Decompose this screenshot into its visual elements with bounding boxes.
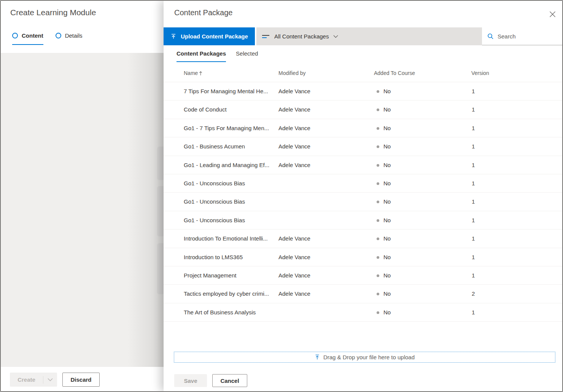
dialog-toolbar: Upload Content Package All Content Packa… <box>164 27 563 45</box>
tab-selected[interactable]: Selected <box>236 50 258 62</box>
create-learning-module-panel: Create Learning Module Content Details C… <box>1 1 164 391</box>
status-dot-icon <box>377 164 379 167</box>
modified-by-value: Adele Vance <box>278 266 310 285</box>
chevron-down-icon <box>333 35 338 38</box>
column-header-added-to-course[interactable]: Added To Course <box>374 70 415 76</box>
package-name: Go1 - Unconscious Bias <box>184 211 277 229</box>
package-name: Project Management <box>184 266 277 285</box>
table-row[interactable]: Go1 - Business Acumen Adele Vance No 1 <box>164 137 563 156</box>
version-value: 1 <box>472 174 475 193</box>
tab-details[interactable]: Details <box>56 32 83 45</box>
upload-content-package-button[interactable]: Upload Content Package <box>164 27 255 45</box>
package-name: Tactics employed by cyber crimi... <box>184 285 277 303</box>
table-row[interactable]: Go1 - 7 Tips For Managing Men... Adele V… <box>164 119 563 137</box>
tab-content-packages[interactable]: Content Packages <box>177 50 226 62</box>
table-row[interactable]: Go1 - Unconscious Bias No 1 <box>164 211 563 229</box>
left-panel-footer: Create Discard <box>1 367 164 391</box>
status-dot-icon <box>377 182 379 185</box>
package-name: Introduction To Emotional Intelli... <box>184 229 277 248</box>
radio-circle-icon <box>56 33 61 38</box>
status-dot-icon <box>377 311 379 314</box>
version-value: 1 <box>472 119 475 137</box>
tab-label: Details <box>65 32 83 39</box>
column-header-version[interactable]: Version <box>471 70 489 76</box>
table-row[interactable]: 7 Tips For Managing Mental He... Adele V… <box>164 82 563 100</box>
app-window: Create Learning Module Content Details C… <box>0 0 563 392</box>
added-to-course-value: No <box>383 248 391 266</box>
tab-content[interactable]: Content <box>12 32 43 45</box>
left-panel-tabs: Content Details <box>12 32 83 45</box>
added-to-course-value: No <box>383 119 391 137</box>
column-header-modified-by[interactable]: Modified by <box>278 70 306 76</box>
table-row[interactable]: Code of Conduct Adele Vance No 1 <box>164 100 563 119</box>
version-value: 1 <box>472 266 475 285</box>
background-card <box>157 147 164 180</box>
status-dot-icon <box>377 127 379 130</box>
package-name: Code of Conduct <box>184 100 277 119</box>
modified-by-value: Adele Vance <box>278 285 310 303</box>
dialog-tabs: Content Packages Selected <box>177 50 258 62</box>
status-dot-icon <box>377 256 379 259</box>
status-dot-icon <box>377 90 379 93</box>
content-package-dialog: Content Package Upload Content Package A… <box>164 1 563 391</box>
added-to-course-value: No <box>383 211 391 229</box>
version-value: 1 <box>472 100 475 119</box>
dialog-title: Content Package <box>174 8 232 17</box>
modified-by-value: Adele Vance <box>278 156 310 174</box>
column-label: Modified by <box>278 70 306 76</box>
table-row[interactable]: Go1 - Unconscious Bias No 1 <box>164 193 563 211</box>
create-button[interactable]: Create <box>10 373 57 387</box>
added-to-course-value: No <box>383 174 391 193</box>
column-label: Version <box>471 70 489 76</box>
close-icon[interactable] <box>548 10 557 18</box>
added-to-course-value: No <box>383 137 391 156</box>
tab-label: Content <box>22 32 43 39</box>
file-dropzone[interactable]: Drag & Drop your file here to upload <box>174 352 555 363</box>
column-label: Added To Course <box>374 70 415 76</box>
package-name: Go1 - Business Acumen <box>184 137 277 156</box>
table-row[interactable]: Project Management Adele Vance No 1 <box>164 266 563 285</box>
version-value: 1 <box>472 229 475 248</box>
column-label: Name <box>184 70 198 76</box>
table-row[interactable]: Introduction to LMS365 Adele Vance No 1 <box>164 248 563 266</box>
module-content-area <box>1 53 164 367</box>
modified-by-value: Adele Vance <box>278 119 310 137</box>
upload-icon <box>315 354 320 360</box>
cancel-button[interactable]: Cancel <box>212 374 247 387</box>
content-packages-filter-dropdown[interactable]: All Content Packages <box>256 27 482 45</box>
added-to-course-value: No <box>383 229 391 248</box>
version-value: 1 <box>472 137 475 156</box>
background-card <box>157 243 164 294</box>
modified-by-value: Adele Vance <box>278 82 310 100</box>
table-row[interactable]: Go1 - Unconscious Bias No 1 <box>164 174 563 193</box>
table-row[interactable]: Tactics employed by cyber crimi... Adele… <box>164 285 563 303</box>
discard-button[interactable]: Discard <box>62 373 100 387</box>
chevron-down-icon[interactable] <box>43 378 57 381</box>
status-dot-icon <box>377 201 379 203</box>
upload-button-label: Upload Content Package <box>181 33 248 40</box>
upload-icon <box>170 33 177 40</box>
added-to-course-value: No <box>383 303 391 322</box>
package-name: Go1 - 7 Tips For Managing Men... <box>184 119 277 137</box>
package-name: 7 Tips For Managing Mental He... <box>184 82 277 100</box>
table-row[interactable]: The Art of Business Analysis No 1 <box>164 303 563 322</box>
column-header-name[interactable]: Name <box>184 70 203 76</box>
status-dot-icon <box>377 219 379 222</box>
table-row[interactable]: Introduction To Emotional Intelli... Ade… <box>164 229 563 248</box>
filter-icon <box>262 35 269 38</box>
version-value: 1 <box>472 303 475 322</box>
search-input[interactable] <box>498 33 555 40</box>
page-title: Create Learning Module <box>10 8 96 17</box>
status-dot-icon <box>377 108 379 111</box>
background-card <box>157 186 164 236</box>
table-row[interactable]: Go1 - Leading and Managing Ef... Adele V… <box>164 156 563 174</box>
modified-by-value: Adele Vance <box>278 137 310 156</box>
added-to-course-value: No <box>383 100 391 119</box>
search-icon <box>487 33 494 40</box>
status-dot-icon <box>377 145 379 148</box>
added-to-course-value: No <box>383 82 391 100</box>
version-value: 1 <box>472 248 475 266</box>
version-value: 1 <box>472 193 475 211</box>
version-value: 2 <box>472 285 475 303</box>
save-button[interactable]: Save <box>174 374 207 387</box>
